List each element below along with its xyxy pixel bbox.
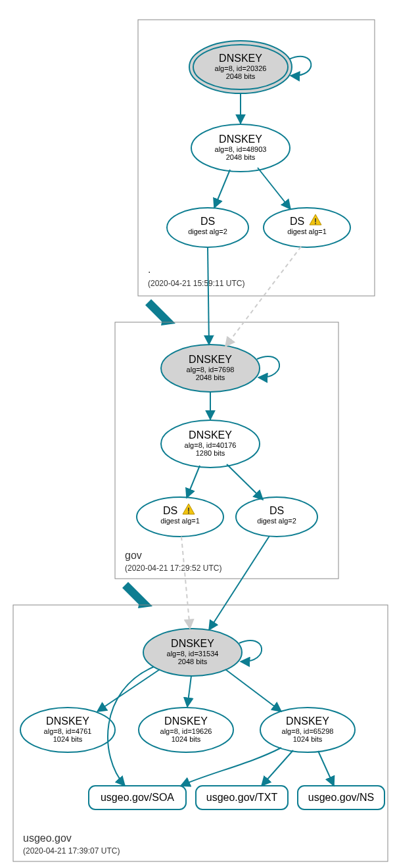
node-root-ksk: DNSKEY alg=8, id=20326 2048 bits bbox=[189, 41, 292, 93]
svg-text:!: ! bbox=[314, 217, 317, 226]
svg-text:DNSKEY: DNSKEY bbox=[189, 429, 232, 441]
node-rr-txt: usgeo.gov/TXT bbox=[196, 786, 288, 809]
edge-usgeo-ksk-k3 bbox=[225, 669, 281, 711]
zone-arrow-gov-usgeo bbox=[122, 582, 152, 608]
svg-text:digest alg=2: digest alg=2 bbox=[188, 228, 227, 235]
edge-rootds2-govksk bbox=[208, 247, 209, 345]
svg-text:2048 bits: 2048 bits bbox=[226, 153, 256, 161]
svg-text:DNSKEY: DNSKEY bbox=[286, 715, 329, 727]
svg-text:alg=8, id=65298: alg=8, id=65298 bbox=[282, 727, 334, 735]
svg-text:digest alg=1: digest alg=1 bbox=[287, 228, 327, 235]
svg-text:DS: DS bbox=[269, 505, 284, 516]
dnssec-diagram: . (2020-04-21 15:59:11 UTC) DNSKEY alg=8… bbox=[0, 0, 395, 868]
svg-text:alg=8, id=4761: alg=8, id=4761 bbox=[44, 727, 92, 735]
svg-text:DNSKEY: DNSKEY bbox=[46, 715, 89, 727]
svg-text:DNSKEY: DNSKEY bbox=[219, 53, 262, 64]
svg-text:DS: DS bbox=[200, 216, 215, 227]
edge-usgeo-ksk-k2 bbox=[187, 676, 191, 707]
svg-text:digest alg=2: digest alg=2 bbox=[257, 517, 296, 525]
zone-usgeo-ts: (2020-04-21 17:39:07 UTC) bbox=[23, 846, 120, 856]
svg-text:DS: DS bbox=[163, 505, 177, 516]
zone-usgeo: usgeo.gov (2020-04-21 17:39:07 UTC) DNSK… bbox=[13, 605, 388, 861]
svg-text:usgeo.gov/SOA: usgeo.gov/SOA bbox=[101, 792, 174, 803]
edge-usgeo-ksk-self bbox=[239, 640, 262, 662]
zone-gov: gov (2020-04-21 17:29:52 UTC) DNSKEY alg… bbox=[115, 322, 338, 579]
svg-text:!: ! bbox=[187, 506, 190, 516]
node-gov-zsk: DNSKEY alg=8, id=40176 1280 bits bbox=[161, 420, 260, 468]
node-gov-ds1: DS digest alg=1 ! bbox=[137, 497, 223, 537]
edge-k3-ns bbox=[318, 751, 334, 786]
edge-root-zsk-ds2 bbox=[214, 170, 230, 208]
svg-text:2048 bits: 2048 bits bbox=[226, 72, 256, 80]
svg-text:1024 bits: 1024 bits bbox=[293, 735, 323, 743]
svg-text:alg=8, id=20326: alg=8, id=20326 bbox=[215, 64, 267, 72]
edge-root-zsk-ds1 bbox=[258, 168, 290, 209]
zone-usgeo-name: usgeo.gov bbox=[23, 832, 72, 844]
edge-gov-ksk-self bbox=[257, 356, 279, 377]
svg-text:alg=8, id=31534: alg=8, id=31534 bbox=[167, 650, 219, 658]
node-rr-soa: usgeo.gov/SOA bbox=[89, 786, 186, 809]
node-root-ds1: DS digest alg=1 ! bbox=[264, 208, 350, 247]
node-root-zsk: DNSKEY alg=8, id=48903 2048 bits bbox=[191, 124, 290, 172]
node-usgeo-ksk: DNSKEY alg=8, id=31534 2048 bits bbox=[143, 629, 242, 676]
edge-govds1-usgeoksk bbox=[181, 537, 190, 629]
svg-text:alg=8, id=48903: alg=8, id=48903 bbox=[215, 145, 267, 153]
svg-text:usgeo.gov/TXT: usgeo.gov/TXT bbox=[206, 792, 278, 803]
svg-text:1280 bits: 1280 bits bbox=[196, 449, 225, 457]
svg-text:DNSKEY: DNSKEY bbox=[189, 354, 232, 365]
svg-text:2048 bits: 2048 bits bbox=[178, 658, 208, 665]
svg-text:alg=8, id=7698: alg=8, id=7698 bbox=[187, 366, 235, 374]
edge-gov-zsk-ds2 bbox=[227, 464, 263, 500]
svg-text:DS: DS bbox=[290, 216, 304, 227]
zone-gov-ts: (2020-04-21 17:29:52 UTC) bbox=[125, 564, 221, 573]
zone-arrow-root-gov bbox=[145, 299, 175, 326]
node-root-ds2: DS digest alg=2 bbox=[167, 208, 248, 247]
edge-usgeo-ksk-k1 bbox=[97, 669, 160, 711]
zone-root: . (2020-04-21 15:59:11 UTC) DNSKEY alg=8… bbox=[138, 20, 375, 296]
svg-text:DNSKEY: DNSKEY bbox=[164, 715, 208, 727]
edge-k3-txt bbox=[262, 750, 293, 786]
node-gov-ds2: DS digest alg=2 bbox=[236, 497, 317, 537]
node-usgeo-k3: DNSKEY alg=8, id=65298 1024 bits bbox=[260, 708, 355, 752]
node-gov-ksk: DNSKEY alg=8, id=7698 2048 bits bbox=[161, 345, 260, 392]
svg-text:digest alg=1: digest alg=1 bbox=[160, 517, 200, 525]
edge-root-ksk-self bbox=[289, 57, 311, 76]
svg-text:usgeo.gov/NS: usgeo.gov/NS bbox=[308, 792, 375, 803]
svg-text:2048 bits: 2048 bits bbox=[196, 374, 225, 381]
svg-text:DNSKEY: DNSKEY bbox=[171, 638, 214, 649]
svg-text:1024 bits: 1024 bits bbox=[53, 735, 83, 743]
svg-text:DNSKEY: DNSKEY bbox=[219, 133, 262, 145]
edge-gov-zsk-ds1 bbox=[187, 466, 200, 498]
svg-text:alg=8, id=40176: alg=8, id=40176 bbox=[185, 441, 237, 449]
zone-root-ts: (2020-04-21 15:59:11 UTC) bbox=[148, 279, 244, 288]
edge-govds2-usgeoksk bbox=[209, 536, 269, 630]
edge-rootds1-govksk bbox=[225, 247, 301, 347]
node-rr-ns: usgeo.gov/NS bbox=[298, 786, 384, 809]
svg-text:1024 bits: 1024 bits bbox=[172, 735, 201, 743]
zone-gov-name: gov bbox=[125, 550, 142, 561]
svg-text:alg=8, id=19626: alg=8, id=19626 bbox=[160, 727, 212, 735]
node-usgeo-k2: DNSKEY alg=8, id=19626 1024 bits bbox=[139, 708, 233, 752]
zone-root-name: . bbox=[148, 264, 151, 275]
node-usgeo-k1: DNSKEY alg=8, id=4761 1024 bits bbox=[20, 708, 115, 752]
